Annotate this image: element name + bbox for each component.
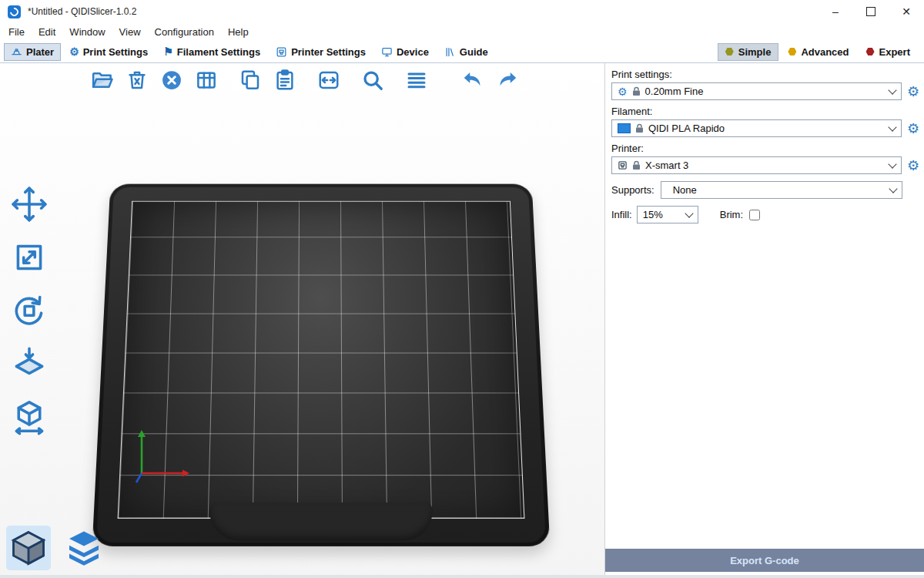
filament-row: QIDI PLA Rapido ⚙ <box>611 119 921 137</box>
chevron-down-icon <box>888 86 896 94</box>
window-controls: – ✕ <box>818 0 924 23</box>
delete-button[interactable] <box>124 67 150 93</box>
export-gcode-button[interactable]: Export G-code <box>605 549 924 572</box>
split-objects-button[interactable] <box>316 67 342 93</box>
3d-viewport[interactable] <box>0 63 604 575</box>
printer-combo[interactable]: X-smart 3 <box>611 156 902 174</box>
layers-lines-icon <box>405 69 428 92</box>
3d-editor-view-button[interactable] <box>6 526 51 570</box>
gizmo-toolbar <box>8 183 51 439</box>
axes-indicator-icon <box>129 424 200 487</box>
lock-icon <box>632 86 641 96</box>
undo-button[interactable] <box>460 67 486 93</box>
tab-device[interactable]: Device <box>374 43 436 61</box>
sliced-layers-icon <box>64 528 104 568</box>
arrange-button[interactable] <box>193 67 219 93</box>
redo-arrow-icon <box>496 69 519 92</box>
tab-label: Filament Settings <box>177 46 260 58</box>
filament-edit-button[interactable]: ⚙ <box>906 122 921 136</box>
window-bottom-edge <box>0 575 924 578</box>
trash-icon <box>126 69 149 92</box>
chevron-down-icon <box>888 123 896 131</box>
brim-checkbox[interactable] <box>749 210 760 220</box>
settings-sidebar: Print settings: ⚙ 0.20mm Fine ⚙ Filament… <box>604 63 924 575</box>
guide-books-icon <box>444 46 456 58</box>
filament-combo[interactable]: QIDI PLA Rapido <box>611 119 902 137</box>
mode-label: Simple <box>738 46 772 58</box>
open-folder-icon <box>91 69 114 92</box>
move-tool-button[interactable] <box>8 183 51 226</box>
measure-tool-button[interactable] <box>8 395 51 439</box>
scale-tool-button[interactable] <box>8 236 51 279</box>
menu-configuration[interactable]: Configuration <box>148 25 221 39</box>
plater-icon <box>11 46 22 58</box>
scale-square-icon <box>10 238 49 277</box>
brim-label: Brim: <box>720 209 743 220</box>
redo-button[interactable] <box>494 67 521 93</box>
titlebar: *Untitled - QIDISlicer-1.0.2 – ✕ <box>0 0 924 23</box>
rotate-tool-button[interactable] <box>8 289 51 332</box>
chevron-down-icon <box>685 209 693 217</box>
tab-printer-settings[interactable]: Printer Settings <box>269 43 373 61</box>
window-title: *Untitled - QIDISlicer-1.0.2 <box>28 6 136 17</box>
search-button[interactable] <box>360 67 386 93</box>
supports-label: Supports: <box>611 184 654 196</box>
printer-label: Printer: <box>611 143 916 154</box>
printer-edit-button[interactable]: ⚙ <box>906 159 921 173</box>
maximize-icon <box>866 7 875 16</box>
printer-value: X-smart 3 <box>645 160 688 171</box>
simple-mode-dot-icon <box>725 48 734 56</box>
delete-all-button[interactable] <box>159 67 185 93</box>
tab-label: Guide <box>460 46 488 58</box>
open-file-button[interactable] <box>89 67 116 93</box>
maximize-button[interactable] <box>853 0 889 23</box>
viewport-toolbar <box>89 67 521 93</box>
filament-label: Filament: <box>611 106 916 117</box>
print-settings-edit-button[interactable]: ⚙ <box>906 85 921 99</box>
menu-file[interactable]: File <box>2 25 32 39</box>
tab-print-settings[interactable]: ⚙ Print Settings <box>62 43 155 61</box>
tab-label: Printer Settings <box>291 46 366 58</box>
lock-icon <box>635 123 644 133</box>
tab-label: Device <box>397 46 429 58</box>
split-arrows-icon <box>317 69 340 92</box>
paste-button[interactable] <box>272 67 298 93</box>
tab-filament-settings[interactable]: ⚑ Filament Settings <box>156 43 267 61</box>
print-settings-label: Print settings: <box>611 69 916 80</box>
advanced-mode-dot-icon <box>788 48 796 56</box>
arrange-grid-icon <box>195 69 218 92</box>
chevron-down-icon <box>888 160 896 168</box>
lock-icon <box>632 160 641 170</box>
minimize-button[interactable]: – <box>818 0 853 23</box>
infill-row: Infill: 15% Brim: <box>611 206 916 223</box>
print-settings-row: ⚙ 0.20mm Fine ⚙ <box>611 82 921 100</box>
chevron-down-icon <box>889 184 897 193</box>
infill-label: Infill: <box>611 209 632 220</box>
gear-icon: ⚙ <box>69 46 79 57</box>
move-arrows-icon <box>10 185 49 223</box>
variable-layer-height-button[interactable] <box>403 67 430 93</box>
mode-expert[interactable]: Expert <box>859 43 918 61</box>
place-on-face-tool-button[interactable] <box>8 342 51 385</box>
supports-combo[interactable]: None <box>661 181 902 199</box>
infill-combo[interactable]: 15% <box>637 206 698 223</box>
app-window: *Untitled - QIDISlicer-1.0.2 – ✕ File Ed… <box>0 0 924 578</box>
print-settings-combo[interactable]: ⚙ 0.20mm Fine <box>611 82 902 100</box>
circle-x-icon <box>160 69 183 92</box>
copy-button[interactable] <box>237 67 263 93</box>
printer-icon <box>276 46 287 58</box>
menu-help[interactable]: Help <box>221 25 256 39</box>
mode-advanced[interactable]: Advanced <box>780 43 856 61</box>
menu-view[interactable]: View <box>112 25 148 39</box>
mode-label: Expert <box>879 46 910 58</box>
filament-icon: ⚑ <box>163 46 173 57</box>
tab-plater[interactable]: Plater <box>4 43 61 61</box>
device-monitor-icon <box>381 46 393 58</box>
mode-simple[interactable]: Simple <box>718 43 779 61</box>
menu-edit[interactable]: Edit <box>32 25 62 39</box>
preview-sliced-view-button[interactable] <box>62 526 106 570</box>
menu-window[interactable]: Window <box>62 25 112 39</box>
close-button[interactable]: ✕ <box>889 0 924 23</box>
tab-guide[interactable]: Guide <box>437 43 495 61</box>
filament-color-swatch <box>618 123 631 133</box>
